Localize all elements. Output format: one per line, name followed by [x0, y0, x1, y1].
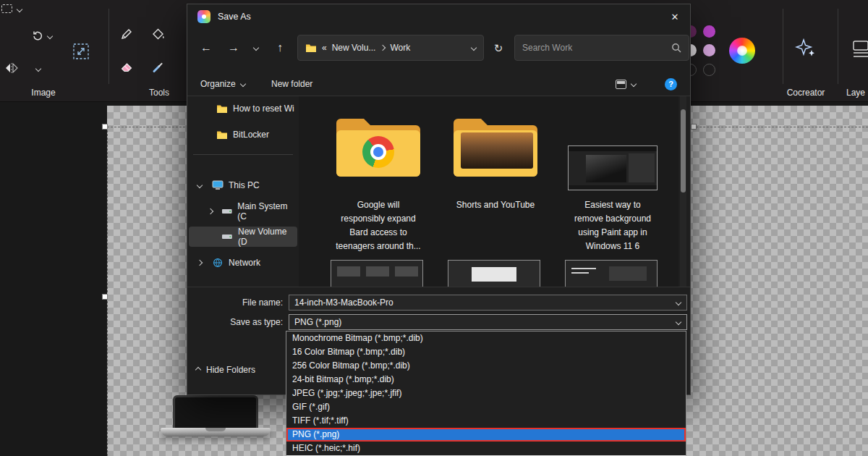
image-group-label: Image: [20, 88, 67, 98]
flip-icon[interactable]: [4, 61, 19, 75]
chevron-down-icon[interactable]: [17, 7, 22, 12]
save-as-type-label: Save as type:: [208, 314, 283, 330]
image-thumbnail: [568, 145, 658, 190]
toolbar-separator: [783, 9, 783, 84]
search-input[interactable]: [515, 43, 671, 53]
selection-tool-icon[interactable]: [1, 4, 12, 13]
cocreator-label: Cocreator: [781, 88, 830, 98]
sidebar-item-new-volume[interactable]: New Volume (D: [189, 227, 297, 247]
filetype-option[interactable]: 256 Color Bitmap (*.bmp;*.dib): [286, 359, 686, 373]
color-swatch[interactable]: [703, 25, 715, 38]
drive-icon: [221, 206, 233, 216]
sidebar-item-label: How to reset Wi: [233, 104, 294, 114]
search-box[interactable]: [514, 35, 689, 61]
edit-colors-wheel-icon[interactable]: [729, 38, 755, 64]
color-swatch[interactable]: [703, 44, 715, 56]
chevron-down-icon: [239, 81, 245, 87]
breadcrumb-overflow[interactable]: «: [322, 43, 327, 53]
recent-locations-chevron-icon[interactable]: [253, 45, 259, 51]
sidebar-item-bitlocker[interactable]: BitLocker: [189, 124, 297, 145]
file-tile-shorts-youtube[interactable]: Shorts and YouTube: [442, 110, 549, 278]
filetype-option[interactable]: 16 Color Bitmap (*.bmp;*.dib): [286, 345, 686, 359]
network-icon: [212, 258, 224, 268]
breadcrumb-root[interactable]: New Volu...: [332, 43, 376, 53]
filetype-option-selected-png[interactable]: PNG (*.png): [286, 428, 686, 442]
paint-app-icon: [197, 10, 210, 23]
this-pc-icon: [212, 180, 224, 190]
selection-handle[interactable]: [102, 124, 108, 130]
filetype-option[interactable]: JPEG (*.jpg;*.jpeg;*.jpe;*.jfif): [286, 387, 686, 400]
address-bar[interactable]: « New Volu... Work: [297, 35, 484, 61]
up-button[interactable]: ↑: [271, 38, 289, 57]
color-picker-icon[interactable]: [150, 59, 166, 75]
sidebar-item-this-pc[interactable]: This PC: [189, 175, 297, 195]
sidebar-item-label: New Volume (D: [238, 227, 297, 247]
folder-photo-preview: [461, 132, 533, 169]
expand-chevron-icon[interactable]: [208, 208, 213, 214]
fill-bucket-icon[interactable]: [150, 26, 166, 42]
chevron-down-icon[interactable]: [676, 319, 681, 325]
filetype-option[interactable]: TIFF (*.tif;*.tiff): [286, 414, 686, 428]
file-thumbnail-partial[interactable]: [448, 260, 540, 287]
refresh-button[interactable]: ↻: [490, 39, 507, 58]
cocreator-icon[interactable]: [794, 36, 817, 59]
file-pane-scrollbar[interactable]: [680, 96, 686, 287]
eraser-icon[interactable]: [119, 59, 135, 75]
sidebar-item-network[interactable]: Network: [189, 253, 297, 273]
dialog-title: Save As: [218, 12, 251, 22]
chevron-down-icon: [631, 81, 637, 87]
chevron-up-icon: [195, 367, 201, 373]
rotate-icon[interactable]: [30, 28, 45, 43]
expand-chevron-icon[interactable]: [197, 260, 203, 266]
view-options-button[interactable]: [616, 75, 636, 93]
color-swatch-empty[interactable]: [703, 64, 715, 76]
selection-handle[interactable]: [691, 124, 697, 130]
new-folder-button[interactable]: New folder: [271, 75, 312, 93]
organize-label: Organize: [200, 79, 236, 89]
selection-handle[interactable]: [102, 294, 108, 300]
sidebar-item-how-to-reset[interactable]: How to reset Wi: [189, 98, 297, 119]
folder-icon: [216, 104, 228, 114]
chevron-down-icon[interactable]: [676, 300, 681, 305]
save-as-type-combobox[interactable]: PNG (*.png): [289, 314, 687, 330]
file-tile-remove-background[interactable]: Easiest way to remove background using P…: [559, 110, 666, 278]
file-thumbnail-partial[interactable]: [565, 260, 658, 287]
chevron-down-icon[interactable]: [35, 66, 41, 72]
file-label: Shorts and YouTube: [452, 198, 539, 212]
filetype-option[interactable]: GIF (*.gif): [286, 400, 686, 414]
new-folder-label: New folder: [271, 79, 312, 89]
toolbar-separator: [109, 9, 109, 84]
forward-button[interactable]: →: [225, 38, 242, 57]
filetype-option[interactable]: 24-bit Bitmap (*.bmp;*.dib): [286, 373, 686, 387]
pencil-icon[interactable]: [119, 26, 135, 42]
close-button[interactable]: ✕: [660, 4, 690, 29]
view-icon: [616, 80, 626, 89]
sidebar-divider: [193, 154, 293, 155]
filetype-option[interactable]: Monochrome Bitmap (*.bmp;*.dib): [286, 332, 686, 345]
organize-button[interactable]: Organize: [200, 75, 245, 93]
chevron-down-icon[interactable]: [47, 33, 53, 39]
macbook-screen: [173, 395, 258, 428]
breadcrumb-separator-icon: [380, 45, 386, 51]
sidebar-item-label: Network: [229, 258, 260, 268]
hide-folders-label: Hide Folders: [206, 365, 255, 375]
resize-icon[interactable]: [69, 40, 93, 63]
help-button[interactable]: ?: [665, 75, 677, 93]
layers-icon[interactable]: [849, 38, 868, 59]
file-name-input[interactable]: [289, 297, 676, 308]
filetype-option[interactable]: HEIC (*.heic;*.hif): [286, 442, 686, 455]
file-name-combobox[interactable]: [289, 295, 687, 311]
back-button[interactable]: ←: [197, 38, 215, 57]
chrome-logo-icon: [362, 136, 394, 168]
macbook-base: [161, 428, 271, 436]
address-dropdown-chevron-icon[interactable]: [471, 45, 477, 51]
scrollbar-thumb[interactable]: [681, 109, 686, 193]
tools-group-label: Tools: [139, 88, 179, 98]
hide-folders-button[interactable]: Hide Folders: [196, 362, 255, 378]
breadcrumb-current[interactable]: Work: [390, 43, 410, 53]
file-tile-google-bard[interactable]: Google will responsibly expand Bard acce…: [325, 110, 432, 278]
sidebar-item-main-system[interactable]: Main System (C: [189, 201, 297, 221]
file-thumbnail-partial[interactable]: [331, 260, 423, 287]
expand-chevron-icon[interactable]: [197, 182, 203, 188]
selection-border: [107, 127, 108, 456]
